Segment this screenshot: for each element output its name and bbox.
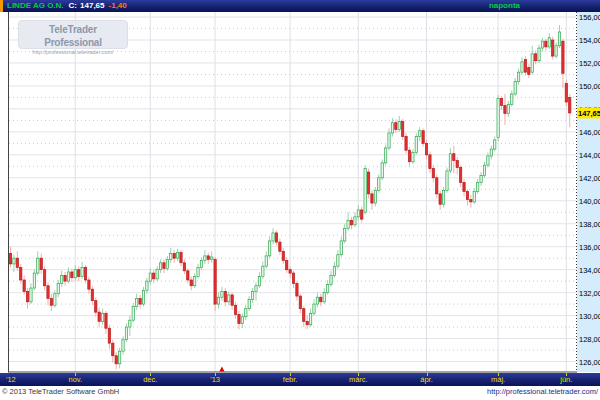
candle-up bbox=[241, 317, 243, 324]
candle-up bbox=[511, 94, 513, 104]
candle-up bbox=[61, 275, 63, 283]
event-marker-icon bbox=[219, 367, 224, 372]
price-axis-label: 128,00 bbox=[579, 334, 600, 343]
price-axis-label: 154,00 bbox=[579, 36, 600, 45]
candle-down bbox=[459, 167, 461, 182]
candle-up bbox=[262, 266, 264, 276]
candle-up bbox=[211, 257, 213, 259]
copyright-text: © 2013 TeleTrader Software GmbH bbox=[2, 387, 119, 396]
time-axis-label: febr. bbox=[283, 375, 298, 384]
candle-up bbox=[354, 217, 356, 225]
candle-up bbox=[446, 171, 448, 191]
candle-up bbox=[129, 320, 131, 327]
candle-up bbox=[419, 131, 421, 137]
candle-down bbox=[361, 210, 363, 219]
candle-up bbox=[412, 153, 414, 162]
candle-down bbox=[504, 105, 506, 113]
candle-up bbox=[37, 258, 39, 273]
time-axis-label: ápr. bbox=[420, 375, 433, 384]
time-axis-label: '12 bbox=[6, 375, 16, 384]
price-axis-label: 126,00 bbox=[579, 357, 600, 366]
price-axis[interactable]: 147,65 156,00154,00152,00150,00148,00146… bbox=[577, 12, 600, 372]
candle-up bbox=[170, 254, 172, 260]
candle-down bbox=[395, 123, 397, 130]
candle-down bbox=[562, 41, 564, 73]
candle-up bbox=[200, 260, 202, 267]
candle-up bbox=[255, 286, 257, 292]
candle-up bbox=[245, 309, 247, 317]
candle-up bbox=[477, 182, 479, 191]
price-axis-label: 144,00 bbox=[579, 150, 600, 159]
candle-down bbox=[524, 60, 526, 73]
candle-up bbox=[204, 256, 206, 261]
candle-up bbox=[497, 99, 499, 138]
candle-up bbox=[521, 62, 523, 72]
candle-down bbox=[402, 122, 404, 137]
candle-up bbox=[507, 104, 509, 113]
candle-down bbox=[303, 309, 305, 322]
candle-down bbox=[173, 254, 175, 259]
price-axis-label: 142,00 bbox=[579, 173, 600, 182]
candle-up bbox=[378, 178, 380, 191]
candle-up bbox=[313, 304, 315, 313]
candle-up bbox=[541, 41, 543, 48]
candle-up bbox=[323, 293, 325, 302]
candle-up bbox=[142, 290, 144, 304]
candle-down bbox=[466, 192, 468, 200]
candle-up bbox=[228, 295, 230, 302]
candle-up bbox=[538, 48, 540, 61]
candle-up bbox=[316, 297, 318, 304]
candle-down bbox=[95, 301, 97, 312]
candle-up bbox=[146, 281, 148, 290]
candle-down bbox=[292, 273, 294, 283]
candle-up bbox=[347, 220, 349, 228]
candle-down bbox=[40, 258, 42, 269]
candle-down bbox=[282, 251, 284, 260]
candle-down bbox=[153, 273, 155, 279]
candle-up bbox=[156, 270, 158, 279]
candle-up bbox=[309, 313, 311, 324]
candle-up bbox=[272, 233, 274, 241]
candle-down bbox=[528, 68, 530, 75]
candle-up bbox=[337, 255, 339, 266]
candle-up bbox=[490, 149, 492, 156]
price-axis-label: 146,00 bbox=[579, 127, 600, 136]
candle-down bbox=[112, 343, 114, 356]
candle-down bbox=[84, 267, 86, 280]
candle-down bbox=[463, 182, 465, 191]
candlestick-chart[interactable] bbox=[0, 0, 600, 400]
candle-down bbox=[9, 254, 11, 264]
candle-up bbox=[176, 252, 178, 258]
candle-up bbox=[483, 165, 485, 175]
candle-down bbox=[190, 280, 192, 286]
candle-down bbox=[108, 328, 110, 343]
candle-up bbox=[197, 267, 199, 276]
candle-down bbox=[367, 172, 369, 194]
candle-down bbox=[408, 150, 410, 161]
time-axis-label: '13 bbox=[210, 375, 220, 384]
candle-up bbox=[101, 313, 103, 321]
candle-down bbox=[224, 291, 226, 301]
candle-down bbox=[163, 263, 165, 269]
candle-down bbox=[64, 275, 66, 281]
candle-down bbox=[453, 154, 455, 161]
candle-up bbox=[221, 291, 223, 297]
candle-down bbox=[20, 267, 22, 280]
candle-down bbox=[98, 312, 100, 321]
candle-down bbox=[436, 178, 438, 194]
time-axis-label: máj. bbox=[491, 375, 505, 384]
time-axis[interactable]: '12nov.dec.'13febr.márc.ápr.máj.jún. bbox=[0, 373, 600, 386]
candle-down bbox=[296, 283, 298, 296]
candle-up bbox=[357, 210, 359, 217]
candle-down bbox=[183, 263, 185, 271]
candle-up bbox=[333, 266, 335, 275]
candle-down bbox=[371, 194, 373, 203]
candle-up bbox=[555, 46, 557, 56]
candle-down bbox=[289, 270, 291, 273]
candle-down bbox=[432, 169, 434, 178]
last-price-tag: 147,65 bbox=[577, 107, 600, 118]
candle-up bbox=[132, 306, 134, 320]
candle-down bbox=[279, 242, 281, 251]
candle-up bbox=[364, 169, 366, 213]
price-axis-label: 150,00 bbox=[579, 81, 600, 90]
